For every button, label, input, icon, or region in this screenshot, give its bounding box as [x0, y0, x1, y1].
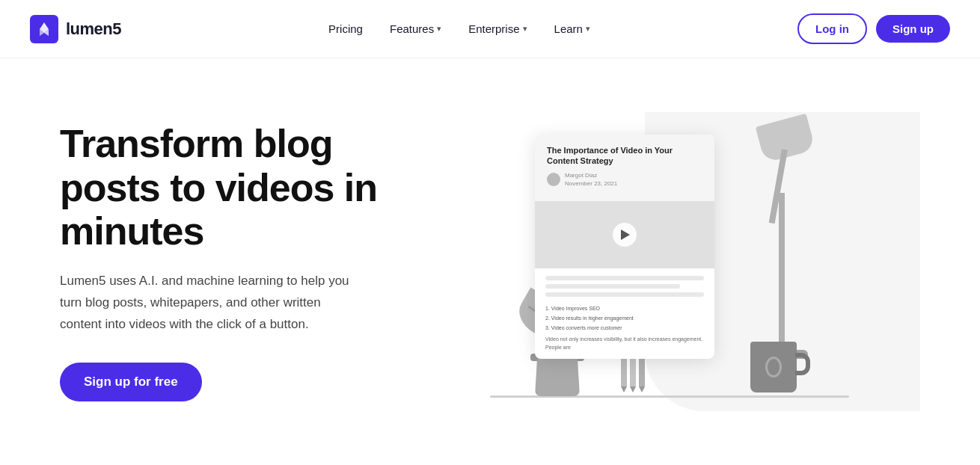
blog-card-body: 1. Video Improves SEO 2. Video results i…: [535, 268, 714, 359]
blog-card-title: The Importance of Video in Your Content …: [547, 145, 702, 167]
learn-chevron-icon: ▾: [586, 24, 590, 34]
hero-description: Lumen5 uses A.I. and machine learning to…: [60, 271, 359, 336]
text-line-3: [545, 292, 704, 297]
mug-handle: [795, 353, 810, 375]
logo-link[interactable]: lumen5: [30, 15, 121, 43]
nav-features[interactable]: Features ▾: [379, 16, 452, 41]
hero-title: Transform blog posts to videos in minute…: [60, 122, 419, 253]
blog-list-item-3: 3. Video converts more customer: [545, 324, 704, 332]
author-avatar: [547, 173, 560, 186]
mug-decoration: [750, 342, 797, 392]
illustration-container: The Importance of Video in Your Content …: [475, 112, 864, 411]
blog-card-author: Margot Diaz November 23, 2021: [547, 171, 702, 188]
blog-list-item-1: 1. Video Improves SEO: [545, 305, 704, 312]
nav-links: Pricing Features ▾ Enterprise ▾ Learn ▾: [318, 16, 601, 41]
mug-body: [750, 342, 797, 392]
hero-cta-button[interactable]: Sign up for free: [60, 363, 202, 401]
enterprise-chevron-icon: ▾: [523, 24, 527, 34]
plant-pot: [535, 359, 580, 396]
login-button[interactable]: Log in: [797, 13, 867, 44]
nav-actions: Log in Sign up: [797, 13, 950, 44]
lamp-pole: [779, 193, 785, 350]
lumen5-logo-icon: [30, 15, 58, 43]
video-thumbnail: [535, 201, 714, 268]
blog-list-item-2: 2. Video results in higher engagement: [545, 315, 704, 322]
hero-content: Transform blog posts to videos in minute…: [60, 122, 419, 401]
navbar: lumen5 Pricing Features ▾ Enterprise ▾ L…: [0, 0, 980, 58]
features-chevron-icon: ▾: [437, 24, 441, 34]
blog-card-header: The Importance of Video in Your Content …: [535, 135, 714, 201]
play-button: [613, 223, 637, 247]
signup-button[interactable]: Sign up: [876, 15, 950, 43]
mug-ellipse: [765, 357, 782, 378]
nav-learn[interactable]: Learn ▾: [544, 16, 601, 41]
author-info: Margot Diaz November 23, 2021: [565, 171, 617, 188]
nav-enterprise[interactable]: Enterprise ▾: [458, 16, 537, 41]
hero-section: Transform blog posts to videos in minute…: [0, 58, 980, 465]
blog-card: The Importance of Video in Your Content …: [535, 135, 714, 359]
logo-text: lumen5: [66, 19, 121, 39]
text-line-1: [545, 276, 704, 280]
blog-footer-text: Video not only increases visibility, but…: [545, 336, 704, 351]
hero-illustration: The Importance of Video in Your Content …: [419, 112, 920, 411]
nav-pricing[interactable]: Pricing: [318, 16, 373, 41]
lamp-decoration: [759, 120, 819, 359]
text-line-2: [545, 284, 680, 289]
play-triangle-icon: [621, 230, 630, 240]
